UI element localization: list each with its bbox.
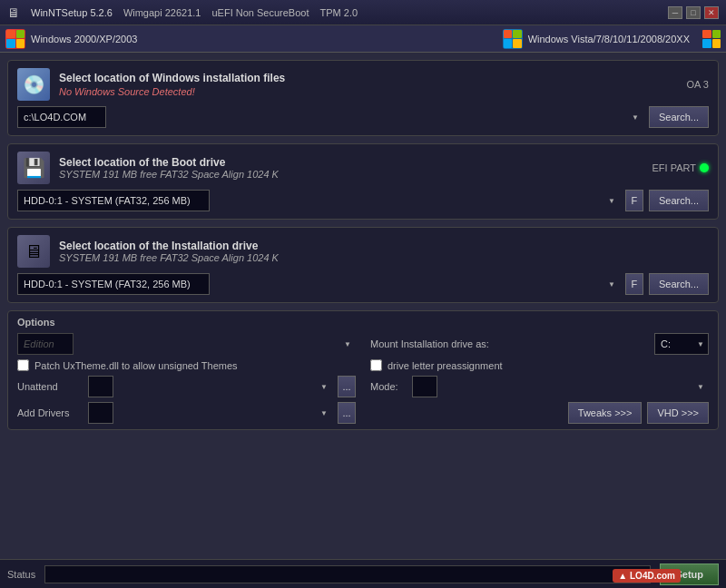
install-icon: 🖥 [17,235,50,268]
add-drivers-browse-button[interactable]: ... [338,402,356,424]
source-icon: 💿 [17,68,50,101]
wimgapi-label: Wimgapi 22621.1 [123,7,201,18]
source-search-button[interactable]: Search... [649,106,709,128]
app-title: WinNTSetup 5.2.6 [31,7,113,18]
mount-dropdown[interactable]: C: [654,333,709,355]
watermark: ▲ LO4D.com [613,569,681,583]
patch-label: Patch UxTheme.dll to allow unsigned Them… [34,360,238,371]
boot-icon: 💾 [17,152,50,184]
unattend-dropdown[interactable] [88,376,113,397]
title-bar: 🖥 WinNTSetup 5.2.6 Wimgapi 22621.1 uEFI … [0,0,726,25]
boot-f-button[interactable]: F [625,190,643,211]
close-button[interactable]: ✕ [704,6,719,19]
status-label: Status [7,569,35,580]
uefi-label: uEFI Non SecureBoot [211,7,309,18]
unattend-label: Unattend [17,381,83,392]
maximize-button[interactable]: □ [686,6,701,19]
tpm-label: TPM 2.0 [320,7,358,18]
install-subtitle: SYSTEM 191 MB free FAT32 Space Align 102… [59,252,279,263]
options-section: Options Edition Patch UxTheme.dll to all… [7,310,719,430]
efi-led [700,163,709,172]
boot-title: Select location of the Boot drive [59,156,279,169]
tab-left-icon [5,29,25,49]
minimize-button[interactable]: ─ [668,6,682,19]
status-value [44,565,651,583]
tab-right-label[interactable]: Windows Vista/7/8/10/11/2008/20XX [528,34,690,44]
drive-letter-label: drive letter preassignment [388,360,503,371]
source-title: Select location of Windows installation … [59,72,285,84]
install-title: Select location of the Installation driv… [59,240,279,252]
edition-dropdown[interactable]: Edition [17,333,74,355]
install-drive-dropdown[interactable]: HDD-0:1 - SYSTEM (FAT32, 256 MB) [17,273,210,295]
add-drivers-label: Add Drivers [17,407,83,418]
tab-left-label[interactable]: Windows 2000/XP/2003 [31,34,137,44]
mode-dropdown[interactable] [412,376,437,397]
efi-badge: EFI PART [652,162,710,173]
tab-right-icon [503,29,523,49]
drive-letter-checkbox[interactable] [370,359,382,371]
vhd-button[interactable]: VHD >>> [647,402,709,424]
install-section: 🖥 Select location of the Installation dr… [7,227,719,303]
install-search-button[interactable]: Search... [649,273,709,295]
tweaks-button[interactable]: Tweaks >>> [568,402,643,424]
mode-label: Mode: [370,381,407,392]
source-subtitle: No Windows Source Detected! [59,86,285,97]
add-drivers-dropdown[interactable] [88,402,113,424]
unattend-browse-button[interactable]: ... [338,376,356,397]
efi-label: EFI PART [652,162,697,173]
mount-label: Mount Installation drive as: [370,338,649,349]
boot-section: 💾 Select location of the Boot drive SYST… [7,143,719,220]
source-path-dropdown[interactable]: c:\LO4D.COM [17,106,106,128]
tab-bar: Windows 2000/XP/2003 Windows Vista/7/8/1… [0,25,726,53]
boot-drive-dropdown[interactable]: HDD-0:1 - SYSTEM (FAT32, 256 MB) [17,190,210,211]
title-bar-icon: 🖥 [7,5,20,20]
boot-search-button[interactable]: Search... [649,190,709,211]
source-section: 💿 Select location of Windows installatio… [7,60,719,136]
windows-metro-icon [702,30,721,48]
source-badge: OA 3 [687,79,709,90]
boot-subtitle: SYSTEM 191 MB free FAT32 Space Align 102… [59,169,279,180]
install-f-button[interactable]: F [625,273,643,295]
patch-checkbox[interactable] [17,359,29,371]
options-title: Options [17,317,709,328]
